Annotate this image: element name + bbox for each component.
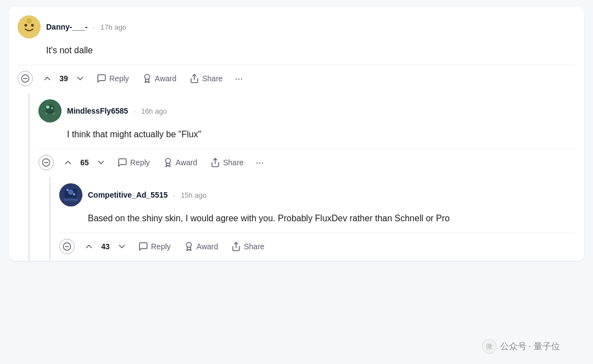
dot-danny: · (93, 23, 95, 31)
award-icon-competitive (184, 242, 194, 251)
share-label-competitive: Share (244, 242, 264, 251)
award-label-competitive: Award (197, 242, 218, 251)
avatar-competitive (59, 183, 82, 206)
username-competitive: Competitive_Ad_5515 (88, 191, 168, 199)
minus-icon-mindless (41, 158, 51, 167)
svg-text:微: 微 (486, 343, 493, 350)
collapse-button-danny[interactable] (18, 71, 33, 86)
svg-rect-21 (64, 199, 78, 201)
more-button-mindless[interactable]: ··· (251, 154, 268, 171)
reply-icon-danny (97, 74, 107, 83)
share-button-mindless[interactable]: Share (205, 154, 249, 171)
timestamp-mindless: 16h ago (141, 107, 167, 115)
reply-content-mindless: MindlessFly6585 · 16h ago I think that m… (38, 93, 575, 261)
reply-label-competitive: Reply (151, 242, 171, 251)
watermark-text: 公众号 · 量子位 (500, 341, 560, 352)
vote-group-competitive: 43 (80, 238, 131, 255)
thread-mindless: MindlessFly6585 · 16h ago I think that m… (18, 93, 575, 261)
reply-icon-competitive (138, 242, 148, 251)
reply-label-danny: Reply (109, 74, 129, 83)
reply-button-competitive[interactable]: Reply (133, 238, 176, 255)
svg-point-12 (45, 113, 48, 115)
page-container: Danny-___- · 17h ago It's not dalle (0, 0, 593, 364)
downvote-icon-competitive (117, 242, 127, 251)
minus-icon-competitive (62, 242, 72, 251)
reply-icon-mindless (118, 158, 127, 167)
svg-point-23 (73, 193, 75, 195)
downvote-button-competitive[interactable] (113, 238, 131, 255)
collapse-button-mindless[interactable] (38, 155, 54, 170)
dot-mindless: · (133, 107, 136, 115)
username-mindless: MindlessFly6585 (67, 107, 128, 115)
share-icon-mindless (210, 158, 220, 167)
more-button-danny[interactable]: ··· (231, 70, 248, 87)
comment-card: Danny-___- · 17h ago It's not dalle (9, 7, 584, 261)
svg-point-20 (68, 189, 74, 195)
timestamp-danny: 17h ago (100, 23, 126, 31)
share-icon-competitive (231, 242, 241, 251)
minus-icon (20, 74, 30, 83)
svg-point-10 (46, 105, 49, 109)
upvote-button-mindless[interactable] (59, 154, 77, 171)
svg-point-13 (53, 113, 55, 115)
award-icon-mindless (163, 158, 173, 167)
upvote-button-competitive[interactable] (80, 238, 98, 255)
comment-body-mindless: I think that might actually be "Flux" (38, 128, 575, 141)
reply-button-mindless[interactable]: Reply (112, 154, 155, 171)
downvote-icon-mindless (96, 158, 106, 167)
avatar-icon-competitive (59, 183, 82, 206)
dot-competitive: · (174, 191, 176, 199)
award-button-mindless[interactable]: Award (158, 154, 203, 171)
action-bar-danny: 39 Reply (18, 65, 575, 93)
upvote-icon-competitive (84, 242, 94, 251)
upvote-icon-danny (42, 74, 52, 83)
vote-group-mindless: 65 (59, 154, 110, 171)
comment-header-danny: Danny-___- · 17h ago (18, 15, 575, 38)
svg-point-22 (66, 189, 69, 191)
award-button-competitive[interactable]: Award (178, 238, 223, 255)
action-bar-competitive: 43 (59, 233, 575, 261)
downvote-button-danny[interactable] (71, 70, 89, 87)
award-button-danny[interactable]: Award (137, 70, 182, 87)
thread-competitive: Competitive_Ad_5515 · 15h ago Based on t… (38, 177, 575, 261)
share-label-mindless: Share (223, 158, 243, 167)
svg-point-3 (26, 18, 32, 24)
avatar-mindless (38, 99, 61, 122)
comment-competitive: Competitive_Ad_5515 · 15h ago Based on t… (59, 183, 575, 261)
avatar-danny (18, 15, 41, 38)
svg-point-1 (25, 24, 27, 27)
watermark: 微 公众号 · 量子位 (482, 339, 560, 354)
svg-point-11 (51, 107, 53, 109)
downvote-icon-danny (75, 74, 85, 83)
avatar-icon-mindless (38, 99, 61, 122)
comment-danny: Danny-___- · 17h ago It's not dalle (18, 15, 575, 93)
share-button-danny[interactable]: Share (184, 70, 228, 87)
thread-line-mindless (29, 93, 30, 261)
vote-group-danny: 39 (38, 70, 89, 87)
svg-point-2 (31, 24, 34, 27)
award-label-mindless: Award (176, 158, 197, 167)
comment-header-mindless: MindlessFly6585 · 16h ago (38, 99, 575, 122)
vote-count-mindless: 65 (78, 158, 91, 167)
downvote-button-mindless[interactable] (92, 154, 110, 171)
award-label-danny: Award (155, 74, 176, 83)
reply-content-competitive: Competitive_Ad_5515 · 15h ago Based on t… (59, 177, 575, 261)
watermark-icon: 微 (482, 339, 497, 354)
username-danny: Danny-___- (46, 23, 87, 31)
comment-mindless: MindlessFly6585 · 16h ago I think that m… (38, 99, 575, 177)
collapse-button-competitive[interactable] (59, 239, 75, 254)
action-bar-mindless: 65 Reply (38, 149, 575, 177)
comment-body-competitive: Based on the shiny skin, I would agree w… (59, 212, 575, 225)
upvote-button-danny[interactable] (38, 70, 56, 87)
share-icon-danny (189, 74, 199, 83)
thread-line-competitive (49, 177, 51, 261)
comment-body-danny: It's not dalle (18, 44, 575, 57)
timestamp-competitive: 15h ago (181, 191, 206, 199)
upvote-icon-mindless (63, 158, 73, 167)
vote-count-danny: 39 (57, 74, 70, 83)
share-button-competitive[interactable]: Share (226, 238, 270, 255)
reply-button-danny[interactable]: Reply (91, 70, 135, 87)
comment-header-competitive: Competitive_Ad_5515 · 15h ago (59, 183, 575, 206)
reply-label-mindless: Reply (130, 158, 150, 167)
award-icon-danny (142, 74, 152, 83)
